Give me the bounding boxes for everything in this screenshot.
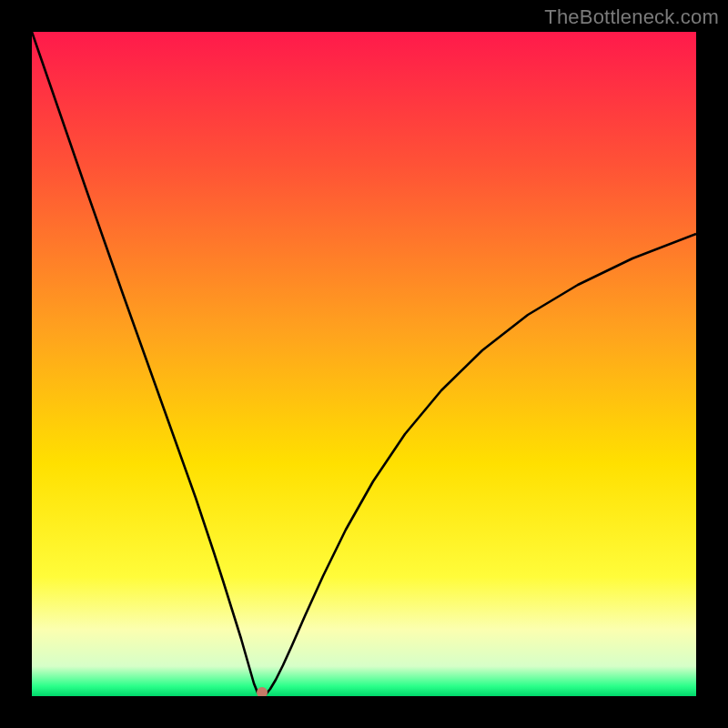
gradient-background (32, 32, 696, 696)
plot-area (32, 32, 696, 696)
chart-frame: TheBottleneck.com (0, 0, 728, 728)
bottleneck-chart (32, 32, 696, 696)
watermark-text: TheBottleneck.com (544, 5, 719, 29)
